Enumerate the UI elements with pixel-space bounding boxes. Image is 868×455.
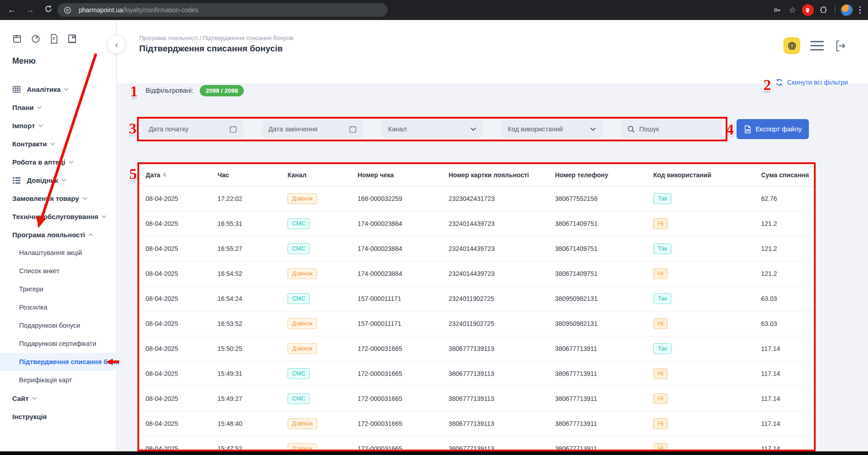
export-file-button[interactable]: Експорт файлу (737, 119, 809, 139)
sidebar-item-label: Плани (12, 104, 34, 111)
sidebar-collapse-button[interactable]: ‹ (108, 36, 125, 53)
table-row-9[interactable]: 08-04-202515:48:40Дзвінок172-00003166538… (139, 411, 814, 436)
bookmark-star-icon[interactable]: ☆ (787, 4, 798, 16)
logout-icon[interactable] (834, 39, 848, 53)
sidebar-item-label: Верифікація карт (19, 376, 72, 384)
cell-amount: 121.2 (761, 245, 814, 252)
code-used-badge: Так (653, 243, 671, 255)
table-row-2[interactable]: 08-04-202516:55:27СМС174-000023884232401… (139, 236, 814, 261)
cell-time: 15:49:31 (217, 370, 288, 377)
sidebar-item-17[interactable]: Сайт (0, 389, 116, 407)
sidebar-item-8[interactable]: Програма лояльності (0, 225, 116, 244)
cell-channel: Дзвінок (288, 418, 358, 430)
sidebar-item-10[interactable]: Список анкет (0, 262, 116, 280)
profile-avatar[interactable] (841, 4, 853, 16)
table-row-4[interactable]: 08-04-202516:54:24СМС157-000011171232401… (139, 286, 814, 311)
globe-icon[interactable] (783, 37, 800, 54)
sidebar-item-6[interactable]: Замовлення товару (0, 189, 116, 207)
cell-date: 08-04-2025 (146, 295, 217, 302)
password-key-icon[interactable] (771, 4, 783, 16)
sidebar-item-label: Підтвердження списання бон.. (19, 358, 119, 365)
table-row-1[interactable]: 08-04-202516:55:31СМС174-000023884232401… (139, 211, 814, 236)
table-row-0[interactable]: 08-04-202517:22:02Дзвінок168-00003225923… (139, 186, 814, 211)
sort-icon[interactable] (163, 172, 167, 177)
filter-дата-закінчення[interactable]: Дата закінчення (262, 120, 363, 138)
table-row-6[interactable]: 08-04-202515:50:25Дзвінок172-00003166538… (139, 336, 814, 361)
filter-дата-початку[interactable]: Дата початку (142, 120, 243, 138)
channel-badge: Дзвінок (288, 193, 317, 205)
results-table: ДатаЧасКаналНомер чекаНомер картки лояль… (139, 164, 814, 451)
book-icon[interactable] (67, 34, 77, 46)
forward-icon[interactable]: → (21, 5, 39, 15)
extensions-puzzle-icon[interactable] (818, 4, 829, 16)
table-row-7[interactable]: 08-04-202515:49:31СМС172-000031665380677… (139, 361, 814, 386)
sidebar-item-2[interactable]: Імпорт (0, 116, 116, 135)
sidebar-item-5[interactable]: Довідник (0, 171, 116, 189)
cell-channel: СМС (288, 368, 358, 380)
site-info-icon[interactable] (59, 4, 76, 16)
sidebar-item-11[interactable]: Тригери (0, 280, 116, 298)
filter-код-використаний[interactable]: Код використаний (501, 120, 602, 138)
pie-chart-icon[interactable] (30, 34, 41, 46)
sidebar-item-1[interactable]: Плани (0, 98, 116, 116)
table-row-5[interactable]: 08-04-202516:53:52Дзвінок157-00001117123… (139, 311, 814, 336)
filter-канал[interactable]: Канал (382, 120, 483, 138)
column-header-6: Код використаний (653, 171, 761, 179)
filter-placeholder: Код використаний (508, 125, 590, 133)
menu-dots-icon[interactable] (857, 6, 864, 14)
cell-phone: 380950982131 (555, 295, 653, 302)
document-icon[interactable] (49, 34, 59, 46)
back-icon[interactable]: ← (3, 5, 21, 15)
cell-channel: СМС (288, 218, 358, 230)
cell-phone: 380677713911 (555, 395, 653, 402)
column-header-7: Сума списання (761, 171, 814, 179)
sidebar-item-0[interactable]: Аналітика (0, 80, 116, 98)
cell-channel: Дзвінок (288, 443, 358, 451)
filter-пошук[interactable]: Пошук (621, 120, 722, 138)
sidebar-item-7[interactable]: Технічне обслуговування (0, 207, 116, 225)
sidebar-item-12[interactable]: Розсилка (0, 298, 116, 316)
sidebar-item-label: Довідник (27, 176, 58, 184)
url-text: pharmapoint.ua/loyalty/confirmation-code… (79, 6, 198, 14)
adblock-icon[interactable] (802, 4, 814, 16)
filter-placeholder: Канал (388, 125, 470, 133)
column-header-1: Час (217, 171, 288, 179)
reset-filters-link[interactable]: Скинути всі фільтри (775, 78, 848, 86)
sidebar-item-14[interactable]: Подарункові сертифікати (0, 335, 116, 353)
cell-card: 3806777139113 (449, 445, 555, 451)
address-bar[interactable]: pharmapoint.ua/loyalty/confirmation-code… (57, 3, 388, 17)
cell-time: 15:49:27 (217, 395, 288, 402)
filter-placeholder: Дата початку (149, 125, 229, 133)
sidebar-item-4[interactable]: Робота в аптеці (0, 153, 116, 171)
cell-amount: 63.03 (761, 320, 814, 327)
sidebar-item-18[interactable]: Інструкція (0, 407, 116, 425)
cell-code-used: Ні (653, 218, 761, 230)
calendar-icon (229, 125, 237, 133)
cell-code-used: Так (653, 343, 761, 355)
sidebar-item-16[interactable]: Верифікація карт (0, 371, 116, 389)
sidebar-item-3[interactable]: Контракти (0, 135, 116, 153)
sidebar-item-label: Подарункові бонуси (19, 322, 80, 329)
archive-box-icon[interactable] (12, 34, 22, 46)
table-row-10[interactable]: 08-04-202515:47:52Дзвінок172-00003166538… (139, 436, 814, 451)
hamburger-menu-icon[interactable] (810, 41, 824, 50)
sidebar-item-9[interactable]: Налаштування акцій (0, 244, 116, 262)
channel-badge: СМС (288, 368, 310, 380)
refresh-icon[interactable] (39, 5, 57, 15)
code-used-badge: Ні (653, 218, 668, 230)
sidebar-item-15[interactable]: Підтвердження списання бон.. (0, 353, 116, 371)
cell-date: 08-04-2025 (146, 195, 217, 202)
search-icon (627, 125, 635, 133)
cell-phone: 380671409751 (555, 245, 653, 252)
cell-amount: 117.14 (761, 345, 814, 352)
table-row-3[interactable]: 08-04-202516:54:52Дзвінок174-00002388423… (139, 261, 814, 286)
xlsx-file-icon (744, 125, 752, 134)
cell-code-used: Ні (653, 443, 761, 451)
page-header: Програма лояльності / Підтвердження спис… (117, 20, 868, 84)
column-header-0[interactable]: Дата (146, 171, 217, 179)
table-row-8[interactable]: 08-04-202515:49:27СМС172-000031665380677… (139, 386, 814, 411)
chevron-down-icon (69, 160, 74, 164)
sidebar-item-label: Тригери (19, 285, 43, 293)
sidebar-item-13[interactable]: Подарункові бонуси (0, 316, 116, 335)
chevron-down-icon (101, 215, 106, 218)
